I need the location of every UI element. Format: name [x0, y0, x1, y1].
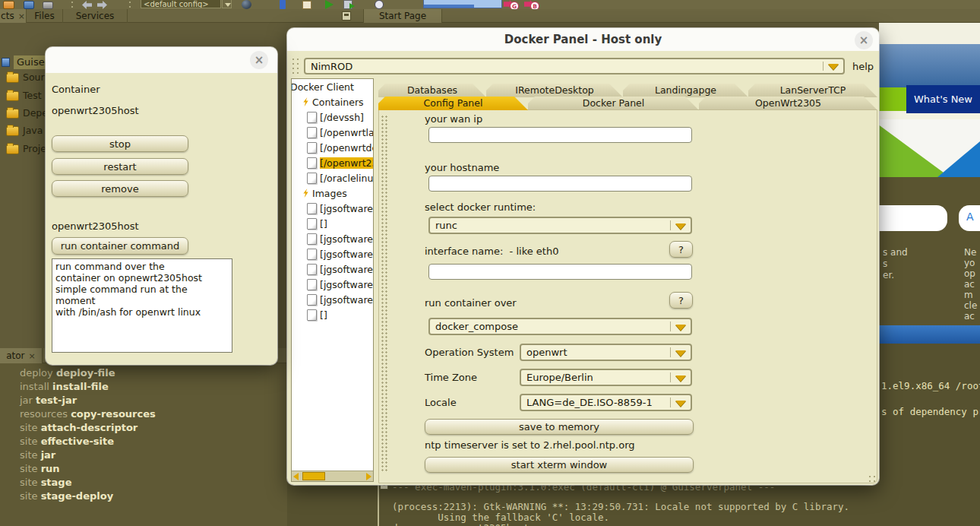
nav-goal[interactable]: site stage-deploy	[20, 490, 113, 502]
close-icon[interactable]: ×	[855, 31, 873, 49]
clean-build-icon[interactable]	[280, 0, 286, 9]
folder-icon	[6, 126, 19, 136]
nav-goal[interactable]: site run	[20, 463, 60, 474]
tab-projects[interactable]: cts×	[0, 9, 27, 23]
stop-button[interactable]: stop	[52, 135, 188, 152]
tab-lanservertcp[interactable]: LanServerTCP	[748, 84, 877, 97]
config-select-arrow-icon[interactable]	[222, 0, 232, 8]
tab-openwrt2305[interactable]: OpenWrt2305	[699, 97, 877, 110]
timezone-combo[interactable]: Europe/Berlin	[520, 369, 692, 386]
tree-leaf-image[interactable]: [jgsoftwares/c	[292, 261, 373, 277]
close-icon[interactable]: ×	[250, 51, 268, 69]
run-container-command-button[interactable]: run container command	[52, 237, 188, 255]
new-file-icon[interactable]	[3, 1, 14, 9]
tab-navigator[interactable]: ator×	[0, 348, 43, 363]
tab-iremotedesktop[interactable]: IRemoteDesktop	[486, 84, 623, 97]
save-icon[interactable]	[24, 1, 34, 9]
start-xterm-button[interactable]: start xterm window	[425, 457, 694, 473]
tree-node-images[interactable]: Images	[292, 185, 373, 201]
tree-root[interactable]: Docker Client	[291, 79, 373, 94]
tree-item-sources[interactable]: Sour	[23, 71, 45, 83]
interface-input[interactable]	[428, 264, 692, 280]
tree-leaf-container[interactable]: [/oraclelinuxla	[292, 170, 373, 185]
debug-project-icon[interactable]	[343, 0, 352, 9]
redo-icon[interactable]	[97, 1, 107, 9]
config-select[interactable]: <default config>	[141, 0, 221, 8]
news-card-2[interactable]: A	[959, 205, 980, 231]
panel-grip	[381, 115, 388, 472]
docker-dialog-titlebar[interactable]: Docker Panel - Host only	[287, 28, 879, 51]
interface-help-button[interactable]: ?	[669, 241, 693, 258]
tab-docker-panel[interactable]: Docker Panel	[528, 97, 699, 110]
tree-leaf-image[interactable]: [jgsoftwares/h	[292, 292, 373, 307]
runtime-combo[interactable]: runc	[428, 217, 692, 234]
theme-combo[interactable]: NimROD	[304, 58, 845, 74]
close-icon[interactable]: ×	[29, 351, 36, 361]
restart-button[interactable]: restart	[52, 158, 188, 175]
tree-item-tests[interactable]: Test	[23, 90, 42, 101]
nav-goal[interactable]: install install-file	[20, 381, 109, 392]
tree-leaf-image[interactable]: [jgsoftwares/c	[292, 246, 373, 261]
tab-start-page[interactable]: Start Page	[363, 9, 442, 23]
tree-leaf-image[interactable]: []	[292, 216, 373, 231]
nav-goal[interactable]: site effective-site	[20, 436, 114, 447]
undo-icon[interactable]	[82, 1, 92, 9]
docs-icon[interactable]	[302, 1, 311, 9]
nav-goal[interactable]: site stage	[20, 477, 71, 488]
tree-leaf-image[interactable]: [jgsoftwares/c	[292, 277, 373, 292]
wan-ip-input[interactable]	[428, 127, 692, 143]
scroll-left-icon[interactable]	[293, 473, 299, 480]
locale-combo[interactable]: LANG=de_DE.ISO-8859-1	[520, 394, 692, 411]
tab-services[interactable]: Services	[63, 9, 128, 23]
resize-grip[interactable]	[868, 474, 877, 483]
nav-goal[interactable]: resources copy-resources	[20, 408, 156, 420]
memory-gauge[interactable]	[423, 0, 502, 8]
tree-node-containers[interactable]: Containers	[292, 94, 373, 109]
stop-server-icon[interactable]: B	[524, 0, 538, 9]
editor-dock-icon[interactable]	[342, 11, 351, 21]
run-over-help-button[interactable]: ?	[669, 292, 693, 309]
run-over-combo[interactable]: docker_compose	[428, 318, 692, 335]
remove-button[interactable]: remove	[52, 180, 188, 197]
tab-landingapge[interactable]: Landingapge	[623, 84, 748, 97]
tree-leaf-container[interactable]: [/devssh]	[292, 109, 373, 125]
hostname-input[interactable]	[428, 176, 692, 192]
tree-item-dependencies[interactable]: Depe	[23, 107, 48, 119]
nav-goal[interactable]: jar test-jar	[20, 394, 77, 406]
config-panel-content: your wan ip your hostname select docker …	[378, 109, 877, 483]
tree-item-java-dependencies[interactable]: Java	[23, 125, 43, 136]
profile-project-icon[interactable]	[375, 0, 384, 9]
tree-leaf-container-selected[interactable]: [/openwrt2305	[292, 155, 373, 170]
scroll-right-icon[interactable]	[366, 473, 371, 480]
os-combo[interactable]: openwrt	[520, 344, 692, 361]
print-icon[interactable]	[43, 2, 53, 9]
save-to-memory-button[interactable]: save to memory	[425, 419, 694, 435]
tree-item-project-files[interactable]: Proje	[23, 143, 46, 154]
build-icon[interactable]	[242, 0, 251, 9]
run-project-icon[interactable]	[325, 0, 334, 9]
tree-leaf-container[interactable]: [/openwrtderb	[292, 140, 373, 155]
restart-glassfish-icon[interactable]: G	[504, 0, 517, 9]
folder-icon	[6, 144, 19, 154]
tree-leaf-image[interactable]: []	[292, 307, 373, 322]
tree-leaf-image[interactable]: [jgsoftwares/c	[292, 201, 373, 216]
command-textarea[interactable]: run command over the container on opnewr…	[52, 258, 232, 353]
docker-tree[interactable]: Docker Client Containers [/devssh] [/ope…	[291, 78, 374, 482]
scrollbar-thumb[interactable]	[302, 472, 325, 480]
node-icon	[302, 97, 309, 106]
container-dialog-titlebar[interactable]	[46, 47, 277, 73]
tab-databases[interactable]: Databases	[378, 84, 486, 97]
whats-new-banner[interactable]: What's New	[906, 85, 980, 113]
tree-leaf-image[interactable]: [jgsoftwares/c	[292, 231, 373, 246]
help-link[interactable]: help	[852, 61, 874, 72]
close-icon[interactable]: ×	[18, 11, 25, 21]
drag-grip[interactable]	[291, 57, 302, 75]
tree-h-scrollbar[interactable]	[292, 471, 373, 481]
tab-config-panel[interactable]: Config Panel	[378, 97, 528, 110]
tab-files[interactable]: Files	[27, 9, 63, 23]
tree-leaf-container[interactable]: [/openwrtland	[292, 125, 373, 140]
nav-goal[interactable]: site attach-descriptor	[20, 422, 138, 433]
chevron-down-icon	[675, 401, 686, 407]
nav-goal[interactable]: site jar	[20, 449, 55, 461]
nav-goal[interactable]: deploy deploy-file	[20, 367, 115, 379]
